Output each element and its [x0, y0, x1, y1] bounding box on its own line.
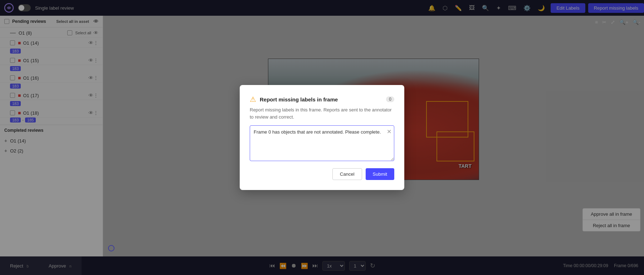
modal-textarea-wrapper: Frame 0 has objects that are not annotat…	[250, 125, 394, 162]
modal-cancel-button[interactable]: Cancel	[332, 168, 362, 180]
modal-textarea[interactable]: Frame 0 has objects that are not annotat…	[250, 125, 394, 161]
modal-submit-button[interactable]: Submit	[366, 168, 394, 180]
modal-badge: 0	[386, 96, 394, 102]
modal-title: Report missing labels in frame	[260, 96, 382, 102]
warning-icon: ⚠	[250, 95, 256, 104]
modal-overlay: ⚠ Report missing labels in frame 0 Repor…	[0, 0, 644, 275]
textarea-clear-icon[interactable]: ✕	[387, 128, 391, 135]
modal-header: ⚠ Report missing labels in frame 0	[250, 95, 394, 104]
modal-actions: Cancel Submit	[250, 168, 394, 180]
report-missing-modal: ⚠ Report missing labels in frame 0 Repor…	[240, 85, 404, 190]
modal-description: Report missing labels in this frame. Rep…	[250, 106, 394, 120]
